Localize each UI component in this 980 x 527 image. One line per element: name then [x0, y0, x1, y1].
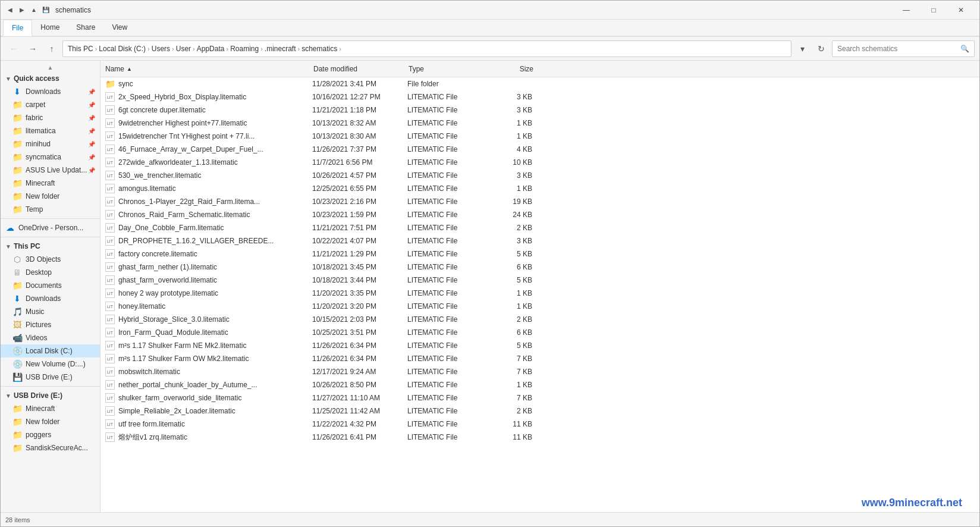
sidebar-item-usb-poggers[interactable]: 📁 poggers [1, 428, 100, 441]
table-row[interactable]: LIT Simple_Reliable_2x_Loader.litematic … [100, 404, 979, 418]
table-row[interactable]: LIT 15widetrencher Tnt YHighest point + … [100, 130, 979, 143]
tab-view[interactable]: View [103, 20, 136, 36]
breadcrumb-minecraft[interactable]: .minecraft [265, 45, 296, 53]
table-row[interactable]: LIT mobswitch.litematic 12/17/2021 9:24 … [100, 365, 979, 378]
sidebar-item-carpet-label: carpet [26, 101, 45, 109]
table-row[interactable]: LIT 46_Furnace_Array_w_Carpet_Duper_Fuel… [100, 143, 979, 156]
refresh-button[interactable]: ↻ [813, 40, 830, 57]
maximize-button[interactable]: □ [920, 1, 947, 20]
sidebar-item-pictures[interactable]: 🖼 Pictures [1, 318, 100, 331]
file-name: amongus.litematic [118, 184, 312, 193]
breadcrumb-localdisk[interactable]: Local Disk (C:) [99, 45, 146, 53]
sidebar-item-3dobjects[interactable]: ⬡ 3D Objects [1, 253, 100, 266]
table-row[interactable]: LIT shulker_farm_overworld_side_litemati… [100, 391, 979, 404]
table-row[interactable]: LIT 熔炉组v1 zrq.litematic 11/26/2021 6:41 … [100, 431, 979, 444]
table-row[interactable]: LIT amongus.litematic 12/25/2021 6:55 PM… [100, 182, 979, 195]
titlebar-title: schematics [55, 6, 893, 14]
sidebar-item-onedrive[interactable]: ☁ OneDrive - Person... [1, 221, 100, 234]
sidebar-item-fabric-label: fabric [26, 114, 43, 122]
file-name: 9widetrencher Highest point+77.litematic [118, 119, 312, 127]
breadcrumb-schematics[interactable]: schematics [301, 45, 337, 53]
sidebar-item-downloads[interactable]: ⬇ Downloads [1, 292, 100, 305]
table-row[interactable]: LIT m²s 1.17 Shulker Farm NE Mk2.litemat… [100, 339, 979, 352]
up-button[interactable]: ↑ [43, 40, 60, 57]
dropdown-button[interactable]: ▾ [794, 40, 811, 57]
address-bar[interactable]: This PC › Local Disk (C:) › Users › User… [62, 40, 791, 57]
sidebar-item-usbdrive[interactable]: 💾 USB Drive (E:) [1, 371, 100, 384]
sidebar-usb-poggers-label: poggers [26, 431, 51, 439]
sidebar-item-usb-newfolder[interactable]: 📁 New folder [1, 415, 100, 428]
sidebar-item-temp[interactable]: 📁 Temp [1, 203, 100, 216]
table-row[interactable]: LIT 272wide_afkworldeater_1.13.litematic… [100, 156, 979, 169]
table-row[interactable]: LIT factory concrete.litematic 11/21/202… [100, 247, 979, 261]
search-input[interactable] [837, 45, 960, 53]
file-date: 10/22/2021 4:07 PM [312, 237, 407, 245]
sidebar-usbdrive-label: USB Drive (E:) [26, 373, 73, 381]
sidebar-item-usb-minecraft[interactable]: 📁 Minecraft [1, 402, 100, 415]
scroll-up[interactable]: ▲ [1, 63, 100, 72]
table-row[interactable]: LIT honey.litematic 11/20/2021 3:20 PM L… [100, 300, 979, 313]
table-row[interactable]: LIT Day_One_Cobble_Farm.litematic 11/21/… [100, 221, 979, 234]
breadcrumb-appdata[interactable]: AppData [197, 45, 225, 53]
table-row[interactable]: LIT ghast_farm_overworld.litematic 10/18… [100, 274, 979, 287]
up-nav-icon: ▲ [29, 5, 39, 15]
table-row[interactable]: 📁 sync 11/28/2021 3:41 PM File folder [100, 77, 979, 90]
sidebar-item-desktop[interactable]: 🖥 Desktop [1, 266, 100, 279]
file-icon: LIT [105, 197, 115, 206]
ribbon-tabs: File Home Share View [1, 20, 979, 36]
sidebar-item-minihud[interactable]: 📁 minihud 📌 [1, 137, 100, 150]
close-button[interactable]: ✕ [947, 1, 975, 20]
table-row[interactable]: LIT Hybrid_Storage_Slice_3.0.litematic 1… [100, 313, 979, 326]
tab-home[interactable]: Home [32, 20, 68, 36]
sidebar-header-quickaccess[interactable]: ▼ Quick access [1, 72, 100, 85]
forward-button[interactable]: → [24, 40, 41, 57]
tab-share[interactable]: Share [68, 20, 103, 36]
table-row[interactable]: LIT 6gt concrete duper.litematic 11/21/2… [100, 103, 979, 117]
breadcrumb-user[interactable]: User [176, 45, 191, 53]
table-row[interactable]: LIT honey 2 way prototype.litematic 11/2… [100, 287, 979, 300]
sidebar-item-litematica[interactable]: 📁 litematica 📌 [1, 124, 100, 137]
sidebar-item-asus[interactable]: 📁 ASUS Live Updat... 📌 [1, 164, 100, 177]
sidebar-item-music[interactable]: 🎵 Music [1, 305, 100, 318]
col-header-date[interactable]: Date modified [313, 65, 409, 73]
folder-icon-asus: 📁 [12, 165, 22, 175]
file-name: m²s 1.17 Shulker Farm NE Mk2.litematic [118, 341, 312, 350]
file-date: 11/25/2021 11:42 AM [312, 407, 407, 415]
sidebar-header-usb[interactable]: ▼ USB Drive (E:) [1, 389, 100, 402]
table-row[interactable]: LIT m²s 1.17 Shulker Farm OW Mk2.litemat… [100, 352, 979, 365]
table-row[interactable]: LIT 9widetrencher Highest point+77.litem… [100, 117, 979, 130]
sidebar-item-downloads-qa[interactable]: ⬇ Downloads 📌 [1, 85, 100, 98]
sidebar-item-documents[interactable]: 📁 Documents [1, 279, 100, 292]
minimize-button[interactable]: — [893, 1, 920, 20]
breadcrumb-thispc[interactable]: This PC [68, 45, 93, 53]
col-header-size[interactable]: Size [486, 65, 533, 73]
table-row[interactable]: LIT ghast_farm_nether (1).litematic 10/1… [100, 261, 979, 274]
sidebar-item-fabric[interactable]: 📁 fabric 📌 [1, 111, 100, 124]
table-row[interactable]: LIT utf tree form.litematic 11/22/2021 4… [100, 418, 979, 431]
sidebar-item-syncmatica[interactable]: 📁 syncmatica 📌 [1, 150, 100, 164]
file-size: 7 KB [485, 368, 532, 376]
search-box[interactable]: 🔍 [832, 40, 975, 57]
col-header-type[interactable]: Type [409, 65, 486, 73]
sidebar-item-newfolder-qa[interactable]: 📁 New folder [1, 190, 100, 203]
table-row[interactable]: LIT Chronos_Raid_Farm_Schematic.litemati… [100, 208, 979, 221]
sidebar-item-newvolume[interactable]: 💿 New Volume (D:...) [1, 357, 100, 371]
col-header-name[interactable]: Name [105, 65, 313, 73]
table-row[interactable]: LIT Iron_Farm_Quad_Module.litematic 10/2… [100, 326, 979, 339]
sidebar-item-localdisk[interactable]: 💿 Local Disk (C:) [1, 344, 100, 357]
sidebar-header-thispc[interactable]: ▼ This PC [1, 240, 100, 253]
sidebar-item-carpet[interactable]: 📁 carpet 📌 [1, 98, 100, 111]
table-row[interactable]: LIT Chronos_1-Player_22gt_Raid_Farm.lite… [100, 195, 979, 208]
file-size: 3 KB [485, 237, 532, 245]
table-row[interactable]: LIT 530_we_trencher.litematic 10/26/2021… [100, 169, 979, 182]
tab-file[interactable]: File [3, 20, 32, 36]
sidebar-item-minecraft-qa[interactable]: 📁 Minecraft [1, 177, 100, 190]
back-button[interactable]: ← [5, 40, 22, 57]
table-row[interactable]: LIT nether_portal_chunk_loader_by_Autume… [100, 378, 979, 391]
breadcrumb-users[interactable]: Users [152, 45, 170, 53]
breadcrumb-roaming[interactable]: Roaming [230, 45, 259, 53]
table-row[interactable]: LIT DR_PROPHETE_1.16.2_VILLAGER_BREEDE..… [100, 234, 979, 247]
sidebar-item-videos[interactable]: 📹 Videos [1, 331, 100, 344]
sidebar-item-usb-sandisk[interactable]: 📁 SandiskSecureAc... [1, 441, 100, 454]
table-row[interactable]: LIT 2x_Speed_Hybrid_Box_Display.litemati… [100, 90, 979, 103]
